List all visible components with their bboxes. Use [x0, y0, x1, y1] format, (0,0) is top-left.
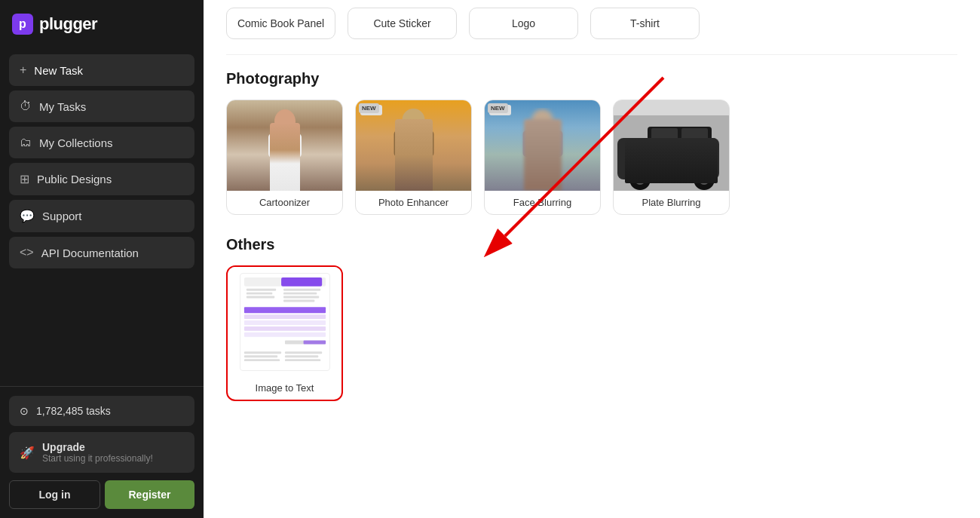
svg-point-24: [629, 169, 651, 190]
svg-rect-47: [243, 351, 280, 354]
svg-rect-17: [544, 168, 555, 191]
svg-point-0: [274, 109, 296, 133]
upgrade-box[interactable]: 🚀 Upgrade Start using it professionally!: [9, 432, 194, 473]
svg-rect-39: [246, 296, 274, 298]
svg-rect-1: [273, 132, 297, 170]
card-plate-blurring[interactable]: Plate Blurring: [613, 100, 730, 215]
card-image-image-to-text: [228, 267, 341, 376]
top-card-logo[interactable]: Logo: [469, 8, 578, 39]
main-content: Comic Book Panel Cute Sticker Logo T-shi…: [204, 0, 980, 518]
sidebar-item-public-designs[interactable]: ⊞ Public Designs: [9, 163, 194, 195]
svg-rect-13: [527, 129, 557, 170]
sidebar-item-new-task[interactable]: + New Task: [9, 54, 194, 86]
svg-rect-4: [274, 168, 283, 191]
sidebar: p plugger + New Task ⏱ My Tasks 🗂 My Col…: [0, 0, 204, 518]
code-icon: <>: [20, 246, 34, 259]
auth-buttons: Log in Register: [9, 480, 194, 509]
card-image-face-blurring: NEW: [485, 100, 600, 191]
plus-icon: +: [20, 63, 26, 77]
sidebar-item-my-tasks[interactable]: ⏱ My Tasks: [9, 90, 194, 122]
sidebar-item-label: My Tasks: [39, 100, 86, 113]
card-image-photo-enhancer: NEW: [356, 100, 471, 191]
others-cards: Image to Text: [226, 265, 957, 401]
top-card-label: Cute Sticker: [373, 17, 430, 29]
grid-icon: ⊞: [20, 172, 29, 186]
sidebar-item-label: Public Designs: [37, 173, 112, 185]
svg-rect-2: [268, 133, 276, 158]
card-face-blurring[interactable]: NEW Face Blurring: [484, 100, 601, 215]
card-label-plate-blurring: Plate Blurring: [614, 191, 729, 214]
card-image-plate-blurring: [614, 100, 729, 191]
svg-point-12: [531, 109, 553, 130]
svg-rect-15: [555, 130, 562, 157]
svg-rect-23: [681, 128, 708, 143]
card-label-cartoonizer: Cartoonizer: [227, 191, 342, 214]
tasks-count-label: 1,782,485 tasks: [36, 405, 111, 417]
card-label-face-blurring: Face Blurring: [485, 191, 600, 214]
svg-rect-34: [283, 292, 317, 294]
svg-rect-38: [246, 292, 271, 294]
svg-rect-48: [243, 355, 277, 357]
sidebar-item-label: Support: [42, 210, 82, 222]
card-label-image-to-text: Image to Text: [228, 376, 341, 400]
svg-rect-10: [400, 168, 411, 191]
upgrade-icon: 🚀: [20, 446, 35, 460]
svg-point-27: [699, 174, 709, 185]
clock-icon: ⏱: [20, 100, 32, 113]
upgrade-text: Upgrade Start using it professionally!: [42, 441, 153, 464]
photography-section: Photography Cartoonizer: [226, 70, 957, 215]
card-label-photo-enhancer: Photo Enhancer: [356, 191, 471, 214]
svg-rect-43: [243, 326, 325, 330]
support-icon: 💬: [20, 209, 35, 223]
app-name: plugger: [39, 14, 97, 34]
svg-rect-33: [283, 288, 320, 290]
svg-rect-9: [426, 130, 433, 157]
card-cartoonizer[interactable]: Cartoonizer: [226, 100, 343, 215]
register-button[interactable]: Register: [105, 480, 194, 509]
photography-cards: Cartoonizer NEW Photo Enhancer: [226, 100, 957, 215]
sidebar-item-support[interactable]: 💬 Support: [9, 200, 194, 232]
svg-rect-11: [415, 168, 426, 191]
login-button[interactable]: Log in: [9, 480, 100, 509]
svg-rect-42: [243, 320, 325, 325]
top-card-tshirt[interactable]: T-shirt: [590, 8, 700, 39]
tasks-count-icon: ⊙: [20, 405, 29, 417]
svg-rect-8: [394, 130, 401, 157]
svg-rect-5: [286, 168, 296, 191]
top-card-cute-sticker[interactable]: Cute Sticker: [348, 8, 457, 39]
svg-point-25: [635, 174, 645, 185]
sidebar-item-my-collections[interactable]: 🗂 My Collections: [9, 127, 194, 158]
svg-rect-3: [294, 133, 302, 158]
svg-rect-18: [614, 100, 729, 191]
svg-point-6: [402, 109, 424, 131]
card-photo-enhancer[interactable]: NEW Photo Enhancer: [355, 100, 472, 215]
collections-icon: 🗂: [20, 136, 32, 149]
svg-rect-52: [285, 359, 320, 361]
photography-section-title: Photography: [226, 70, 957, 87]
tasks-count-display: ⊙ 1,782,485 tasks: [9, 396, 194, 426]
upgrade-subtitle: Start using it professionally!: [42, 453, 153, 464]
top-cards-row: Comic Book Panel Cute Sticker Logo T-shi…: [226, 0, 957, 55]
svg-rect-36: [283, 299, 314, 302]
svg-rect-51: [285, 355, 318, 357]
card-image-to-text[interactable]: Image to Text: [226, 265, 343, 401]
sidebar-item-label: My Collections: [39, 136, 113, 149]
svg-rect-7: [398, 129, 428, 170]
svg-rect-44: [243, 332, 325, 336]
nav-menu: + New Task ⏱ My Tasks 🗂 My Collections ⊞…: [0, 48, 204, 386]
sidebar-item-api-docs[interactable]: <> API Documentation: [9, 237, 194, 268]
svg-rect-20: [617, 138, 719, 179]
svg-rect-46: [303, 340, 326, 344]
others-section-title: Others: [226, 236, 957, 253]
svg-rect-37: [246, 288, 275, 290]
svg-rect-49: [243, 359, 279, 361]
svg-point-26: [694, 169, 715, 190]
upgrade-title: Upgrade: [42, 441, 153, 453]
top-card-comic-book[interactable]: Comic Book Panel: [226, 8, 335, 39]
svg-rect-14: [522, 130, 530, 157]
svg-rect-16: [529, 168, 540, 191]
svg-rect-35: [283, 296, 319, 298]
sidebar-item-label: API Documentation: [41, 247, 139, 259]
svg-rect-40: [243, 307, 325, 313]
sidebar-bottom: ⊙ 1,782,485 tasks 🚀 Upgrade Start using …: [0, 386, 204, 518]
